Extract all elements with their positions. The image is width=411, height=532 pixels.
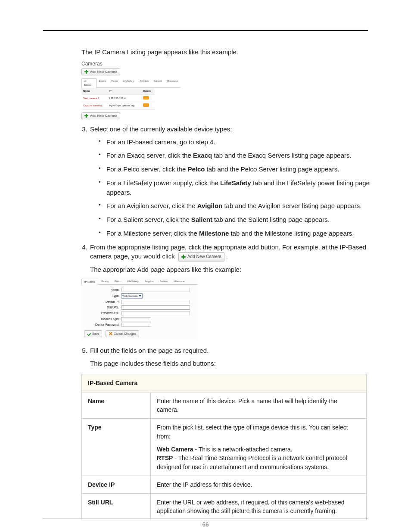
camera-name-link[interactable]: Capture camera xyxy=(81,102,107,110)
camera-ip: MyAVmpw.dyndns.org xyxy=(107,102,141,110)
label-still-url: Still URL: xyxy=(81,305,121,310)
tab-salient[interactable]: Salient xyxy=(151,78,164,87)
device-password-input[interactable] xyxy=(121,323,151,327)
text: For a Pelco server, click the xyxy=(106,165,187,173)
ordered-steps-cont: Fill out the fields on the page as requi… xyxy=(67,346,373,368)
screenshot-camera-listing: Cameras Add New Camera IP Based Exacq Pe… xyxy=(81,60,181,119)
text: For an Avigilon server, click the xyxy=(106,202,197,209)
field-key: Type xyxy=(82,419,151,476)
table-row: Device IP Enter the IP address for this … xyxy=(82,476,367,493)
preview-url-input[interactable] xyxy=(121,311,190,315)
plus-icon xyxy=(84,114,88,118)
table-row: Still URL Enter the URL or web address, … xyxy=(82,494,367,520)
close-icon xyxy=(109,332,112,336)
tab-pelco[interactable]: Pelco xyxy=(112,278,124,284)
tab-exacq[interactable]: Exacq xyxy=(98,278,112,284)
step3-sublist: For an IP-based camera, go to step 4. Fo… xyxy=(99,137,373,238)
tab-lifesafety[interactable]: LifeSafety xyxy=(124,278,142,284)
tab-exacq[interactable]: Exacq xyxy=(97,78,109,87)
text: For a Milestone server, click the xyxy=(106,230,199,237)
device-ip-input[interactable] xyxy=(121,300,190,304)
tab-avigilon[interactable]: Avigilon xyxy=(137,78,151,87)
tab-ip-based[interactable]: IP Based xyxy=(81,279,98,285)
page-content: The IP Camera Listing page appears like … xyxy=(67,47,373,520)
form-buttons: Save Cancel Changes xyxy=(84,330,198,337)
web-camera-rest: - This is a network-attached camera. xyxy=(193,446,293,453)
camera-ip: 123.123.123.4 xyxy=(107,94,141,102)
field-desc: Enter the IP address for this device. xyxy=(151,476,367,493)
plus-icon xyxy=(181,255,186,259)
step4-line1: From the appropriate listing page, click… xyxy=(90,243,373,261)
type-select-value: Web Camera xyxy=(122,294,137,298)
bold-label: Avigilon xyxy=(197,202,223,209)
save-button[interactable]: Save xyxy=(84,330,102,337)
form-row-device-ip: Device IP: xyxy=(81,300,198,304)
list-item: For a Salient server, click the Salient … xyxy=(99,215,373,224)
field-desc: Enter the name of this device. Pick a na… xyxy=(151,392,367,419)
web-camera-bold: Web Camera xyxy=(157,446,193,453)
form-row-preview-url: Preview URL: xyxy=(81,311,198,315)
tab-milestone[interactable]: Milestone xyxy=(171,278,188,284)
add-new-camera-label: Add New Camera xyxy=(187,254,221,260)
step5-line1: Fill out the fields on the page as requi… xyxy=(90,346,373,355)
delete-button[interactable] xyxy=(143,103,149,107)
text: tab and the Milestone listing page appea… xyxy=(229,230,354,237)
field-desc: Enter the URL or web address, if require… xyxy=(151,494,367,520)
device-login-input[interactable] xyxy=(121,317,151,321)
fields-table: IP-Based Camera Name Enter the name of t… xyxy=(81,374,367,520)
text: From the appropriate listing page, click… xyxy=(90,243,366,260)
text: tab and the Pelco Server listing page ap… xyxy=(205,165,339,173)
step-3: Select one of the currently available de… xyxy=(89,124,373,238)
list-item: For an IP-based camera, go to step 4. xyxy=(99,137,373,147)
tab-ip-based[interactable]: IP Based xyxy=(81,78,97,88)
table-row: Name Enter the name of this device. Pick… xyxy=(82,392,367,419)
list-item: For a Pelco server, click the Pelco tab … xyxy=(99,165,373,174)
step3-lead: Select one of the currently available de… xyxy=(90,124,373,134)
add-new-camera-label: Add New Camera xyxy=(90,113,117,118)
tab-lifesafety[interactable]: LifeSafety xyxy=(120,78,137,87)
check-icon xyxy=(87,332,91,336)
field-key: Still URL xyxy=(82,494,151,520)
field-key: Name xyxy=(82,392,151,419)
add-new-camera-button[interactable]: Add New Camera xyxy=(81,68,120,75)
step5-line2: This page includes these fields and butt… xyxy=(90,359,373,368)
intro-line: The IP Camera Listing page appears like … xyxy=(81,47,373,57)
table-row: Test camera 1 123.123.123.4 xyxy=(81,94,155,102)
rtsp-rest: - The Real Time Streaming Protocol is a … xyxy=(157,454,347,470)
camera-table: Name IP Delete Test camera 1 123.123.123… xyxy=(81,88,155,110)
table-section-header: IP-Based Camera xyxy=(82,374,367,392)
field-desc: From the pick list, select the type of i… xyxy=(151,419,367,476)
shot2-tabs: IP Based Exacq Pelco LifeSafety Avigilon… xyxy=(81,278,198,285)
page-bottom-rule xyxy=(43,519,368,519)
shot1-tabs: IP Based Exacq Pelco LifeSafety Avigilon… xyxy=(81,78,181,88)
text: tab and the Salient listing page appears… xyxy=(212,216,330,223)
add-new-camera-button-bottom[interactable]: Add New Camera xyxy=(81,112,120,119)
form-row-type: Type: Web Camera xyxy=(81,293,198,299)
list-item: For a Milestone server, click the Milest… xyxy=(99,229,373,238)
label-preview-url: Preview URL: xyxy=(81,311,121,315)
tab-pelco[interactable]: Pelco xyxy=(109,78,120,87)
plus-icon xyxy=(84,70,88,74)
tab-salient[interactable]: Salient xyxy=(157,278,171,284)
add-new-camera-button-inline[interactable]: Add New Camera xyxy=(178,252,224,261)
text: For a LifeSafety power supply, click the xyxy=(106,179,220,187)
form-row-name: Name: xyxy=(81,288,198,292)
step-5: Fill out the fields on the page as requi… xyxy=(89,346,373,368)
still-url-input[interactable] xyxy=(121,305,190,310)
form-row-device-password: Device Password: xyxy=(81,323,198,327)
form-row-still-url: Still URL: xyxy=(81,305,198,310)
table-row: Capture camera MyAVmpw.dyndns.org xyxy=(81,102,155,110)
name-input[interactable] xyxy=(121,288,190,292)
rtsp-bold: RTSP xyxy=(157,454,173,461)
tab-milestone[interactable]: Milestone xyxy=(164,78,181,87)
label-type: Type: xyxy=(81,294,121,298)
camera-name-link[interactable]: Test camera 1 xyxy=(81,94,107,102)
col-name: Name xyxy=(81,88,107,94)
bold-label: Milestone xyxy=(199,230,229,237)
tab-avigilon[interactable]: Avigilon xyxy=(142,278,157,284)
page-top-rule xyxy=(43,30,368,31)
type-select[interactable]: Web Camera xyxy=(121,293,143,299)
delete-button[interactable] xyxy=(143,96,149,100)
chevron-down-icon xyxy=(139,295,141,297)
cancel-button[interactable]: Cancel Changes xyxy=(106,330,139,337)
